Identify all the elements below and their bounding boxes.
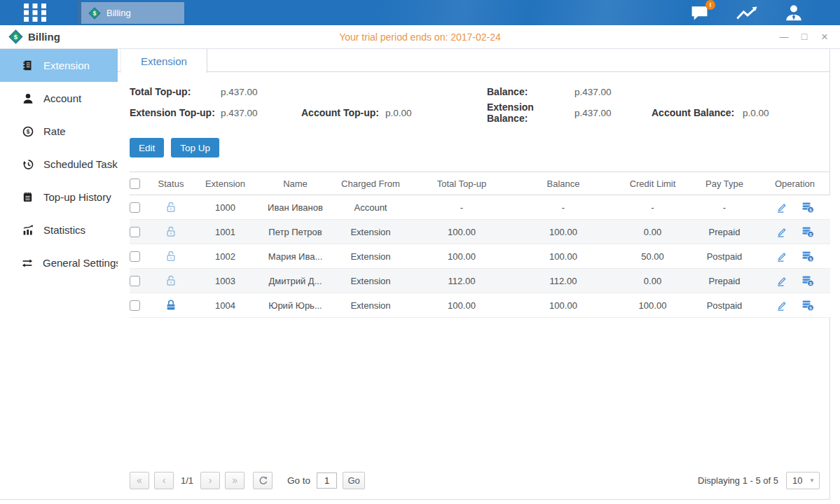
sidebar-item-rate[interactable]: $ Rate bbox=[0, 115, 118, 148]
line-chart-icon bbox=[735, 4, 759, 22]
notification-badge: ! bbox=[705, 0, 715, 10]
row-balance: 100.00 bbox=[511, 300, 616, 311]
row-name: Юрий Юрь... bbox=[262, 300, 329, 311]
row-extension: 1001 bbox=[188, 227, 262, 237]
close-button[interactable]: × bbox=[819, 31, 830, 42]
clock-icon bbox=[21, 158, 34, 171]
last-page-button[interactable]: » bbox=[225, 472, 245, 489]
user-menu-button[interactable] bbox=[784, 4, 804, 22]
sidebar-item-scheduled-task[interactable]: Scheduled Task bbox=[0, 148, 118, 181]
topup-icon[interactable]: $ bbox=[801, 225, 815, 239]
go-button[interactable]: Go bbox=[343, 472, 365, 489]
billing-summary: Total Top-up: p.437.00 Balance: p.437.00… bbox=[130, 81, 829, 123]
edit-icon[interactable] bbox=[776, 250, 788, 262]
row-extension: 1004 bbox=[188, 300, 262, 311]
next-page-button[interactable]: › bbox=[200, 472, 220, 489]
prev-page-button[interactable]: ‹ bbox=[154, 472, 174, 489]
row-credit-limit: 50.00 bbox=[616, 251, 689, 262]
row-pay-type: - bbox=[689, 202, 759, 213]
topup-icon[interactable]: $ bbox=[801, 298, 815, 312]
billing-app-icon: $ bbox=[8, 29, 23, 44]
sidebar-item-topup-history[interactable]: Top-up History bbox=[0, 181, 118, 214]
topup-icon[interactable]: $ bbox=[801, 249, 815, 263]
svg-text:$: $ bbox=[809, 207, 812, 212]
account-topup-value: p.0.00 bbox=[385, 108, 487, 118]
extension-balance-label: Extension Balance: bbox=[487, 102, 574, 124]
status-unlocked-icon bbox=[165, 225, 177, 238]
sidebar-item-general-settings[interactable]: General Settings bbox=[0, 246, 118, 279]
row-pay-type: Postpaid bbox=[689, 300, 759, 311]
maximize-button[interactable]: □ bbox=[799, 31, 810, 42]
row-credit-limit: 0.00 bbox=[616, 276, 689, 286]
system-top-bar: $ Billing ! bbox=[0, 0, 840, 25]
table-actions: Edit Top Up bbox=[130, 138, 829, 158]
edit-icon[interactable] bbox=[776, 225, 788, 238]
top-up-button[interactable]: Top Up bbox=[171, 138, 219, 158]
edit-button[interactable]: Edit bbox=[130, 138, 164, 158]
refresh-button[interactable] bbox=[253, 472, 273, 489]
first-page-button[interactable]: « bbox=[130, 472, 149, 489]
row-checkbox[interactable] bbox=[130, 202, 140, 213]
table-row: 1000 Иван Иванов Account - - - - bbox=[130, 195, 830, 220]
row-checkbox[interactable] bbox=[130, 251, 140, 262]
row-balance: 112.00 bbox=[511, 276, 616, 286]
col-operation: Operation bbox=[759, 178, 830, 189]
extension-topup-label: Extension Top-up: bbox=[130, 107, 221, 118]
tab-bar: Extension bbox=[118, 49, 829, 72]
statistics-monitor-button[interactable] bbox=[735, 4, 759, 22]
sidebar-item-account[interactable]: Account bbox=[0, 82, 118, 115]
col-name: Name bbox=[262, 178, 329, 189]
total-topup-label: Total Top-up: bbox=[130, 86, 221, 97]
row-pay-type: Prepaid bbox=[689, 276, 759, 286]
row-charged-from: Extension bbox=[329, 276, 413, 286]
edit-icon[interactable] bbox=[776, 201, 788, 214]
minimize-button[interactable]: — bbox=[778, 31, 790, 42]
row-name: Иван Иванов bbox=[262, 202, 329, 213]
user-icon bbox=[784, 4, 804, 22]
sidebar-item-label: Top-up History bbox=[43, 191, 111, 203]
balance-label: Balance: bbox=[487, 86, 574, 97]
select-all-checkbox[interactable] bbox=[130, 178, 140, 189]
tab-extension[interactable]: Extension bbox=[121, 49, 207, 73]
col-balance: Balance bbox=[511, 178, 616, 189]
row-charged-from: Extension bbox=[329, 251, 413, 262]
edit-icon[interactable] bbox=[776, 299, 788, 312]
transfer-arrows-icon bbox=[21, 257, 34, 270]
page-size-select[interactable]: 10 ▼ bbox=[786, 472, 820, 489]
status-unlocked-icon bbox=[165, 250, 177, 262]
row-checkbox[interactable] bbox=[130, 276, 140, 286]
row-extension: 1000 bbox=[188, 202, 262, 213]
row-charged-from: Extension bbox=[329, 300, 413, 311]
main-content: Extension Total Top-up: p.437.00 Balance… bbox=[118, 49, 830, 499]
row-checkbox[interactable] bbox=[130, 227, 140, 237]
row-checkbox[interactable] bbox=[130, 300, 140, 311]
svg-text:$: $ bbox=[14, 33, 18, 41]
row-pay-type: Postpaid bbox=[689, 251, 759, 262]
topup-icon[interactable]: $ bbox=[801, 274, 815, 288]
topup-icon[interactable]: $ bbox=[801, 200, 815, 214]
row-total-topup: 100.00 bbox=[413, 251, 511, 262]
ledger-icon bbox=[21, 59, 34, 71]
sidebar-item-statistics[interactable]: Statistics bbox=[0, 214, 118, 246]
row-balance: 100.00 bbox=[511, 227, 616, 237]
col-extension: Extension bbox=[188, 178, 262, 189]
goto-page-input[interactable] bbox=[317, 472, 337, 489]
svg-text:$: $ bbox=[26, 128, 29, 134]
app-grid-icon[interactable] bbox=[23, 3, 47, 22]
sidebar-item-extension[interactable]: Extension bbox=[0, 49, 118, 82]
svg-text:$: $ bbox=[809, 305, 812, 310]
notepad-icon bbox=[21, 191, 34, 203]
goto-label: Go to bbox=[287, 475, 310, 486]
row-charged-from: Extension bbox=[329, 227, 413, 237]
col-charged-from: Charged From bbox=[329, 178, 413, 189]
table-row: 1001 Петр Петров Extension 100.00 100.00… bbox=[130, 220, 830, 244]
edit-icon[interactable] bbox=[776, 274, 788, 287]
table-row: 1004 Юрий Юрь... Extension 100.00 100.00… bbox=[130, 293, 830, 318]
row-total-topup: 112.00 bbox=[413, 276, 511, 286]
taskbar-tab-label: Billing bbox=[106, 8, 131, 18]
caret-down-icon: ▼ bbox=[809, 477, 815, 484]
taskbar-tab-billing[interactable]: $ Billing bbox=[78, 2, 184, 24]
row-balance: 100.00 bbox=[511, 251, 616, 262]
col-total-topup: Total Top-up bbox=[413, 178, 511, 189]
messages-button[interactable]: ! bbox=[689, 4, 710, 22]
